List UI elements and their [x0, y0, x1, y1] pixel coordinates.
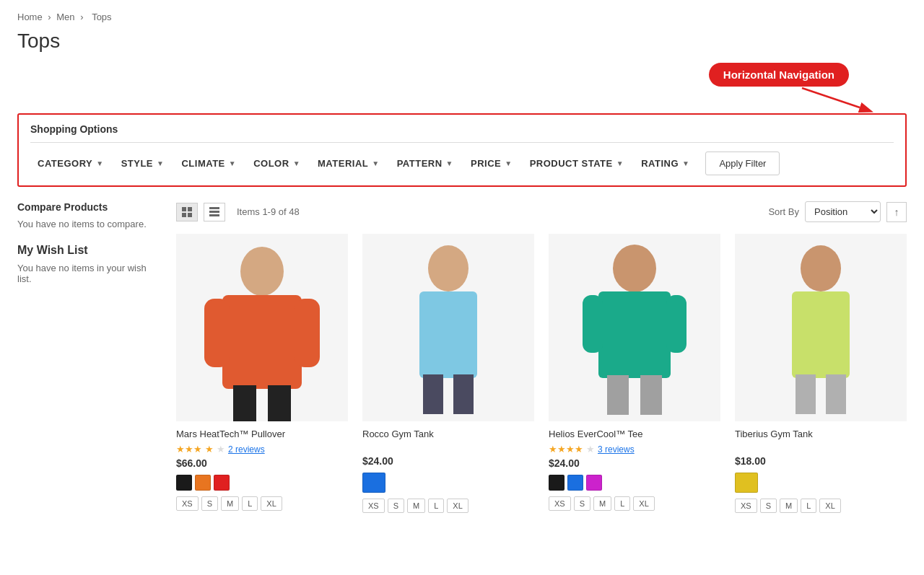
star-empty-icon: ★: [586, 444, 595, 455]
size-s[interactable]: S: [760, 499, 777, 513]
grid-icon: [182, 207, 192, 217]
filter-style[interactable]: STYLE ▼: [114, 154, 172, 173]
size-l[interactable]: L: [614, 496, 630, 511]
size-m[interactable]: M: [221, 496, 239, 511]
svg-point-25: [801, 245, 841, 291]
product-name-1: Mars HeatTech™ Pullover: [176, 429, 348, 439]
items-count: Items 1-9 of 48: [237, 206, 300, 217]
filter-style-label: STYLE: [121, 158, 153, 169]
filter-divider: [30, 142, 894, 143]
size-xl[interactable]: XL: [633, 496, 654, 511]
size-xl[interactable]: XL: [447, 499, 468, 513]
annotation-container: Horizontal Navigation: [17, 63, 907, 113]
size-s[interactable]: S: [201, 496, 218, 511]
filter-product-state[interactable]: PRODUCT STATE ▼: [523, 154, 631, 173]
breadcrumb: Home › Men › Tops: [17, 12, 907, 22]
sidebar: Compare Products You have no items to co…: [17, 201, 162, 513]
swatch-red[interactable]: [214, 475, 230, 491]
color-swatches-2: [362, 473, 534, 493]
products-area: Items 1-9 of 48 Sort By Position Name Pr…: [176, 201, 907, 513]
product-price-1: $66.00: [176, 457, 348, 469]
sort-direction-button[interactable]: ↑: [886, 202, 907, 222]
filter-rating[interactable]: RATING ▼: [634, 154, 697, 173]
svg-line-1: [802, 88, 860, 107]
swatch-purple[interactable]: [586, 475, 602, 491]
svg-rect-20: [598, 291, 671, 378]
size-xs[interactable]: XS: [362, 499, 385, 513]
filter-climate-label: CLIMATE: [181, 158, 225, 169]
wishlist-section: My Wish List You have no items in your w…: [17, 244, 162, 284]
wishlist-title: My Wish List: [17, 244, 162, 257]
product-stars-3: ★★★★ ★ 3 reviews: [549, 444, 720, 455]
product-image-3[interactable]: [549, 234, 720, 421]
svg-point-9: [240, 247, 284, 296]
chevron-down-icon: ▼: [372, 159, 379, 167]
size-l[interactable]: L: [801, 499, 816, 513]
star-half-icon: ★: [205, 444, 214, 455]
size-m[interactable]: M: [593, 496, 611, 511]
star-icon: ★★★: [176, 444, 202, 455]
svg-rect-7: [209, 211, 219, 213]
swatch-blue[interactable]: [567, 475, 583, 491]
product-image-1[interactable]: [176, 234, 348, 421]
chevron-down-icon: ▼: [96, 159, 103, 167]
size-options-2: XS S M L XL: [362, 499, 534, 513]
svg-rect-12: [295, 299, 320, 367]
size-l[interactable]: L: [428, 499, 444, 513]
chevron-down-icon: ▼: [505, 159, 512, 167]
sort-select[interactable]: Position Name Price: [805, 201, 881, 222]
swatch-yellow[interactable]: [735, 473, 758, 493]
filter-options: CATEGORY ▼ STYLE ▼ CLIMATE ▼ COLOR ▼ MAT…: [30, 152, 894, 175]
svg-rect-23: [607, 375, 629, 415]
svg-rect-2: [182, 207, 186, 211]
product-image-4[interactable]: [735, 234, 907, 421]
product-image-2[interactable]: [362, 234, 534, 421]
svg-rect-16: [419, 291, 477, 378]
size-options-3: XS S M L XL: [549, 496, 720, 511]
svg-rect-17: [423, 374, 443, 414]
size-s[interactable]: S: [574, 496, 590, 511]
size-xs[interactable]: XS: [549, 496, 571, 511]
size-xs[interactable]: XS: [176, 496, 199, 511]
product-card: Helios EverCool™ Tee ★★★★ ★ 3 reviews $2…: [549, 234, 720, 513]
review-count-1[interactable]: 2 reviews: [228, 444, 265, 455]
size-xl[interactable]: XL: [819, 499, 840, 513]
swatch-black[interactable]: [176, 475, 192, 491]
filter-material[interactable]: MATERIAL ▼: [310, 154, 387, 173]
size-m[interactable]: M: [407, 499, 425, 513]
breadcrumb-men[interactable]: Men: [56, 12, 74, 22]
svg-rect-3: [188, 207, 192, 211]
filter-category[interactable]: CATEGORY ▼: [30, 154, 111, 173]
filter-color[interactable]: COLOR ▼: [246, 154, 308, 173]
chevron-down-icon: ▼: [682, 159, 689, 167]
svg-rect-13: [233, 385, 256, 421]
filter-climate[interactable]: CLIMATE ▼: [174, 154, 243, 173]
filter-color-label: COLOR: [253, 158, 289, 169]
breadcrumb-current: Tops: [92, 12, 111, 22]
swatch-black[interactable]: [549, 475, 565, 491]
list-icon: [209, 207, 219, 217]
filter-material-label: MATERIAL: [318, 158, 368, 169]
filter-pattern[interactable]: PATTERN ▼: [390, 154, 461, 173]
breadcrumb-home[interactable]: Home: [17, 12, 43, 22]
review-count-3[interactable]: 3 reviews: [598, 444, 635, 455]
product-name-4: Tiberius Gym Tank: [735, 429, 907, 439]
chevron-down-icon: ▼: [616, 159, 624, 167]
swatch-orange[interactable]: [195, 475, 211, 491]
size-m[interactable]: M: [780, 499, 798, 513]
svg-point-19: [613, 245, 656, 292]
product-price-4: $18.00: [735, 455, 907, 467]
compare-empty-text: You have no items to compare.: [17, 219, 162, 229]
size-s[interactable]: S: [388, 499, 404, 513]
size-xs[interactable]: XS: [735, 499, 757, 513]
filter-price[interactable]: PRICE ▼: [463, 154, 520, 173]
size-xl[interactable]: XL: [261, 496, 282, 511]
size-l[interactable]: L: [242, 496, 258, 511]
svg-rect-8: [209, 214, 219, 216]
grid-view-button[interactable]: [176, 203, 198, 221]
main-content: Compare Products You have no items to co…: [17, 201, 907, 513]
apply-filter-button[interactable]: Apply Filter: [705, 152, 780, 175]
list-view-button[interactable]: [204, 203, 225, 221]
swatch-blue[interactable]: [362, 473, 385, 493]
svg-rect-22: [666, 295, 687, 353]
